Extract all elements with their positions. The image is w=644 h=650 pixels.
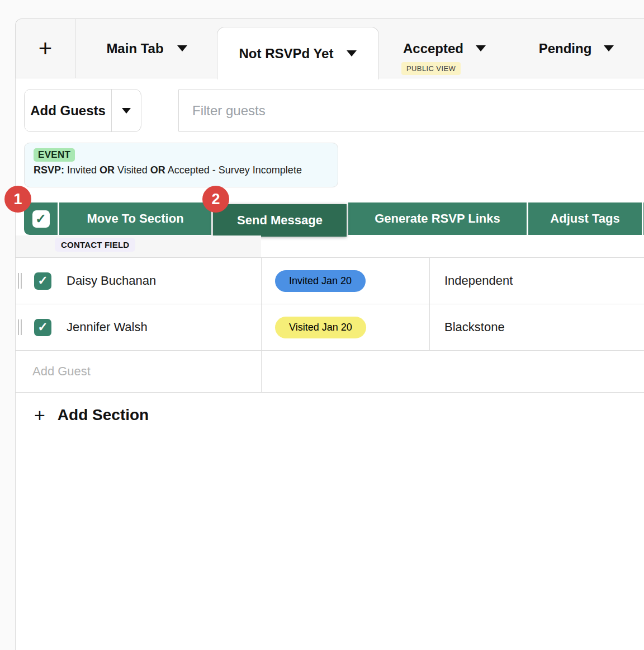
step-2-badge: 2 [202,186,229,213]
rule-segment: OR [150,164,165,176]
plus-icon: + [34,406,45,425]
add-guest-row[interactable]: Add Guest [16,351,644,393]
chevron-down-icon[interactable] [177,45,187,51]
bulk-action-button[interactable]: Move To Section [59,202,211,235]
tab-label: Accepted [403,41,463,56]
add-guest-placeholder: Add Guest [32,364,91,379]
bulk-action-button[interactable]: Adjust Tags [528,202,642,235]
checkmark-icon: ✓ [37,320,48,335]
add-guests-dropdown[interactable] [111,90,141,131]
rule-segment: Accepted - Survey Incomplete [165,164,302,176]
table-row: ✓ Daisy Buchanan Invited Jan 20 Independ… [16,258,644,304]
add-guests-button[interactable]: Add Guests [24,89,141,132]
affiliation-cell[interactable]: Blackstone [444,320,505,335]
tab-label: Not RSVPd Yet [239,46,334,62]
empty-cell [261,351,429,392]
rule-segment: Invited [64,164,100,176]
new-tab-button[interactable]: + [16,19,75,78]
row-checkbox[interactable]: ✓ [34,272,51,290]
table-header-row: CONTACT FIELD [16,235,644,258]
guest-rows: ✓ Daisy Buchanan Invited Jan 20 Independ… [16,258,644,393]
rsvp-status-pill[interactable]: Visited Jan 20 [275,317,366,338]
rsvp-status-pill[interactable]: Invited Jan 20 [275,270,366,292]
select-all-checkbox[interactable]: ✓ [24,202,58,235]
plus-icon: + [39,35,53,62]
row-checkbox[interactable]: ✓ [34,319,51,336]
chevron-down-icon[interactable] [476,45,486,51]
sheet-panel: Add Guests EVENT RSVP: Invited OR Visite… [15,78,644,650]
add-section-label: Add Section [58,406,149,424]
contact-field-chip[interactable]: CONTACT FIELD [55,238,135,252]
empty-cell [429,351,644,392]
drag-handle-icon[interactable] [18,319,22,335]
contact-field-column-header: CONTACT FIELD [16,235,261,257]
guest-name-cell[interactable]: Jennifer Walsh [67,320,148,335]
table-row: ✓ Jennifer Walsh Visited Jan 20 Blacksto… [16,304,644,351]
event-badge: EVENT [34,148,75,162]
tab-label: Main Tab [106,41,163,56]
add-section-button[interactable]: + Add Section [34,406,149,425]
tab-not-rsvpd-yet-active[interactable]: Not RSVPd Yet [217,27,379,79]
drag-handle-icon[interactable] [18,273,22,289]
chevron-down-icon [122,108,131,114]
chevron-down-icon[interactable] [604,45,614,51]
filter-guests-input[interactable] [178,89,644,132]
add-guests-label: Add Guests [25,90,111,131]
rsvp-rule-text: RSVP: Invited OR Visited OR Accepted - S… [34,164,329,176]
chevron-down-icon[interactable] [347,50,357,56]
bulk-action-toolbar: ✓ Move To SectionSend MessageGenerate RS… [24,202,644,235]
affiliation-cell[interactable]: Independent [444,274,513,288]
tab-accepted[interactable]: Accepted PUBLIC VIEW [380,19,509,78]
tab-main[interactable]: Main Tab [75,19,218,78]
checkbox[interactable]: ✓ [32,210,50,228]
bulk-action-button[interactable]: Generate RSVP Links [348,202,527,235]
tab-pending[interactable]: Pending [509,19,644,78]
checkmark-icon: ✓ [35,211,46,227]
rule-segment: OR [100,164,115,176]
rule-segment: Visited [115,164,150,176]
public-view-badge: PUBLIC VIEW [401,62,461,75]
rule-segment: RSVP: [34,164,64,176]
bulk-action-button[interactable]: Send Message [213,204,347,237]
tab-label: Pending [539,41,592,56]
event-filter-chip[interactable]: EVENT RSVP: Invited OR Visited OR Accept… [24,143,338,187]
step-1-badge: 1 [4,186,31,213]
guest-name-cell[interactable]: Daisy Buchanan [67,274,156,288]
checkmark-icon: ✓ [37,274,48,288]
